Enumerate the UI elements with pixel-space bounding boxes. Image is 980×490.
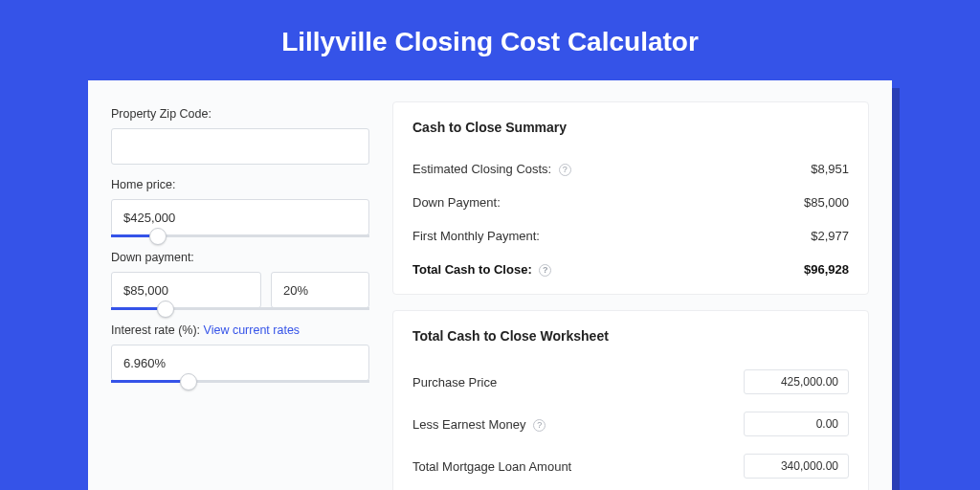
interest-rate-label-row: Interest rate (%): View current rates: [111, 323, 369, 337]
worksheet-row: Less Earnest Money ?: [412, 403, 849, 445]
inputs-column: Property Zip Code: Home price: Down paym…: [111, 101, 369, 490]
summary-row-label: Total Cash to Close: ?: [412, 262, 551, 277]
results-column: Cash to Close Summary Estimated Closing …: [392, 101, 869, 490]
help-icon[interactable]: ?: [559, 164, 571, 176]
worksheet-row-label: Purchase Price: [412, 375, 497, 390]
worksheet-panel: Total Cash to Close Worksheet Purchase P…: [392, 310, 869, 490]
summary-row-label: Down Payment:: [412, 195, 501, 210]
summary-row: First Monthly Payment:$2,977: [412, 219, 849, 253]
down-payment-label: Down payment:: [111, 251, 369, 264]
down-payment-input[interactable]: [111, 272, 261, 308]
down-payment-pct-input[interactable]: [271, 272, 369, 308]
summary-heading: Cash to Close Summary: [412, 120, 849, 135]
zip-input[interactable]: [111, 128, 369, 165]
worksheet-value-input[interactable]: [744, 454, 849, 479]
slider-thumb[interactable]: [149, 228, 167, 245]
worksheet-value-input[interactable]: [744, 412, 849, 436]
summary-row: Total Cash to Close: ?$96,928: [412, 253, 849, 286]
worksheet-row-label: Less Earnest Money ?: [412, 417, 546, 432]
summary-row-value: $96,928: [804, 262, 849, 277]
summary-row-label: First Monthly Payment:: [412, 229, 540, 243]
summary-row: Down Payment:$85,000: [412, 186, 849, 219]
page-title: Lillyville Closing Cost Calculator: [0, 0, 980, 80]
calculator-card: Property Zip Code: Home price: Down paym…: [88, 80, 892, 490]
summary-panel: Cash to Close Summary Estimated Closing …: [392, 101, 869, 295]
summary-row-label: Estimated Closing Costs: ?: [412, 162, 571, 176]
home-price-label: Home price:: [111, 178, 369, 191]
worksheet-row: Total Mortgage Loan Amount: [412, 445, 849, 487]
help-icon[interactable]: ?: [539, 264, 551, 277]
interest-rate-slider[interactable]: [111, 380, 369, 383]
interest-rate-label: Interest rate (%):: [111, 323, 200, 337]
worksheet-heading: Total Cash to Close Worksheet: [412, 328, 849, 344]
worksheet-value-input[interactable]: [744, 369, 849, 394]
down-payment-slider[interactable]: [111, 307, 369, 310]
worksheet-row-label: Total Mortgage Loan Amount: [412, 459, 571, 474]
summary-row-value: $8,951: [811, 162, 849, 176]
summary-row-value: $2,977: [811, 229, 849, 243]
slider-thumb[interactable]: [157, 301, 174, 318]
help-icon[interactable]: ?: [533, 419, 546, 432]
zip-label: Property Zip Code:: [111, 107, 369, 121]
summary-row: Estimated Closing Costs: ?$8,951: [412, 152, 849, 186]
view-rates-link[interactable]: View current rates: [204, 323, 301, 337]
interest-rate-input[interactable]: [111, 345, 369, 381]
slider-thumb[interactable]: [180, 373, 197, 390]
home-price-slider[interactable]: [111, 234, 369, 237]
calculator-card-wrapper: Property Zip Code: Home price: Down paym…: [88, 80, 892, 490]
worksheet-row: Purchase Price: [412, 361, 849, 403]
summary-row-value: $85,000: [804, 195, 849, 210]
